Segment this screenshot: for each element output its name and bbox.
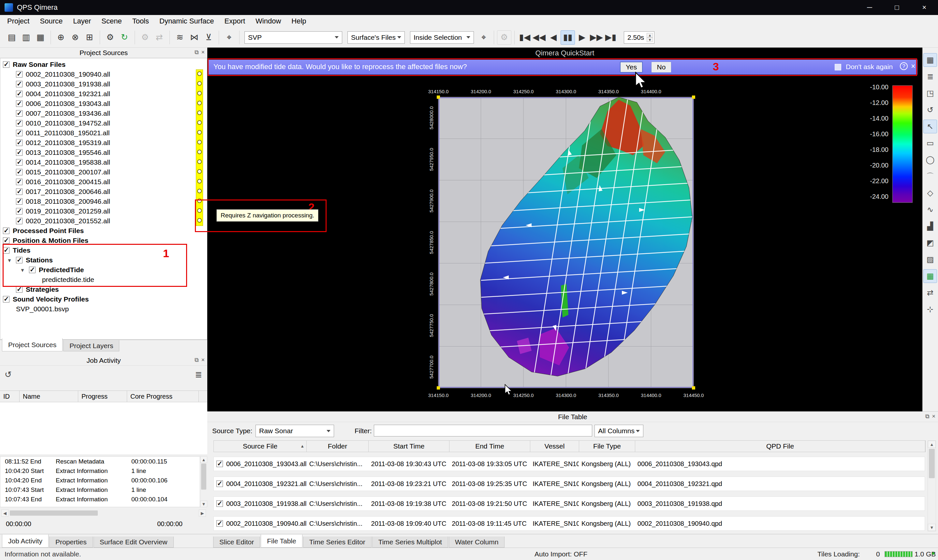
checkbox-checked-icon[interactable] [16,149,23,156]
tree-item-raw-file[interactable]: 0012_20110308_195319.all [0,138,207,148]
scene-3d-icon[interactable]: ◳ [923,86,937,100]
column-header-vessel[interactable]: Vessel [530,441,579,452]
tree-item-raw-file[interactable]: 0016_20110308_200415.all [0,177,207,187]
checkbox-checked-icon[interactable] [3,247,9,254]
bathymetry-map[interactable]: 314150.0314200.0314250.0314300.0314350.0… [207,48,923,411]
play-button[interactable]: ▶ [575,30,589,45]
file-table-view-icon[interactable]: ▦ [923,53,937,67]
svp-combo[interactable]: SVP [244,31,342,44]
menu-item-project[interactable]: Project [2,15,35,28]
menu-item-export[interactable]: Export [219,15,251,28]
menu-item-source[interactable]: Source [35,15,68,28]
sounding-display-icon[interactable]: ⊻ [201,30,216,45]
float-panel-icon[interactable]: ⧉ [195,357,199,363]
checkbox-checked-icon[interactable] [3,228,9,234]
checkbox-checked-icon[interactable] [16,71,23,78]
add-source-db-icon[interactable]: ⊕ [54,30,68,45]
checkbox-checked-icon[interactable] [3,61,9,68]
tree-item-raw-file[interactable]: 0013_20110308_195546.all [0,148,207,157]
tab-job-activity[interactable]: Job Activity [2,535,49,548]
tree-item-processed-point-files[interactable]: Processed Point Files [0,226,207,236]
scrollbar-thumb[interactable] [10,511,98,516]
selection-mode-combo[interactable]: Inside Selection [410,31,474,44]
menu-item-help[interactable]: Help [286,15,311,28]
tab-time-series-multiplot[interactable]: Time Series Multiplot [372,537,448,548]
remove-source-db-icon[interactable]: ⊗ [68,30,83,45]
checkbox-checked-icon[interactable] [16,257,23,263]
checkbox-checked-icon[interactable] [16,120,23,126]
rotate-view-icon[interactable]: ↺ [923,103,937,117]
tree-item-raw-sonar-files[interactable]: Raw Sonar Files [0,60,207,69]
file-table-row[interactable]: 0004_20110308_192321.allC:\Users\christi… [214,477,925,491]
new-project-icon[interactable]: ▤ [5,30,19,45]
profile-tool-icon[interactable]: ∿ [923,203,937,217]
source-type-combo[interactable]: Raw Sonar [255,425,334,437]
float-panel-icon[interactable]: ⧉ [925,413,930,420]
scroll-up-icon[interactable]: ▲ [928,441,936,448]
scene-view[interactable]: Qimera QuickStart [207,48,923,411]
tab-water-column[interactable]: Water Column [449,537,504,548]
close-panel-icon[interactable]: × [932,413,935,420]
scroll-up-icon[interactable]: ▲ [200,456,207,463]
checkbox-checked-icon[interactable] [16,81,23,87]
tree-item-raw-file[interactable]: 0020_20110308_201552.all [0,216,207,226]
scroll-right-icon[interactable]: ▶ [199,509,206,517]
tree-item-tide-file[interactable]: predictedtide.tide [0,275,207,285]
expand-arrow-icon[interactable]: ▾ [8,257,16,263]
job-log-row[interactable]: 10:04:20 StartExtract Information1 line [0,466,200,475]
compare-view-icon[interactable]: ⇄ [923,286,937,300]
job-log-scrollbar[interactable]: ▲ ▼ [200,456,207,507]
checkbox-checked-icon[interactable] [16,286,23,293]
extent-handle[interactable] [437,95,440,99]
checkbox-checked-icon[interactable] [16,130,23,136]
checkbox-checked-icon[interactable] [16,218,23,224]
menu-item-tools[interactable]: Tools [127,15,154,28]
file-table-row[interactable]: 0003_20110308_191938.allC:\Users\christi… [214,497,925,511]
scroll-left-icon[interactable]: ◀ [1,509,8,517]
tree-item-raw-file[interactable]: 0017_20110308_200646.all [0,187,207,197]
close-panel-icon[interactable]: × [201,357,205,363]
export-source-icon[interactable]: ⊞ [83,30,97,45]
extent-handle[interactable] [692,386,695,389]
layers-view-icon[interactable]: ≣ [923,70,937,83]
tree-item-raw-file[interactable]: 0002_20110308_190940.all [0,69,207,79]
rect-select-icon[interactable]: ▭ [923,136,937,150]
tree-item-position-motion-files[interactable]: Position & Motion Files [0,236,207,245]
reprocess-icon[interactable]: ↻ [117,30,132,45]
select-arrow-icon[interactable]: ↖ [923,120,937,133]
filter-input[interactable] [374,425,592,437]
tab-slice-editor[interactable]: Slice Editor [213,537,260,548]
close-button[interactable]: × [910,0,938,15]
restore-button[interactable]: □ [883,0,910,15]
log-list-icon[interactable]: ≣ [195,370,202,380]
tree-item-raw-file[interactable]: 0015_20110308_200107.all [0,167,207,177]
dismiss-notification-icon[interactable]: × [911,62,915,71]
checkbox-checked-icon[interactable] [217,520,223,527]
selection-filter-icon[interactable]: ⌖ [477,30,491,45]
checkbox-checked-icon[interactable] [3,237,9,244]
checkbox-checked-icon[interactable] [29,267,35,273]
job-log-row[interactable]: 10:07:43 EndExtract Information00:00:00.… [0,494,200,504]
tree-item-strategies[interactable]: Strategies [0,285,207,294]
tree-item-raw-file[interactable]: 0010_20110308_194752.all [0,118,207,128]
tree-item-raw-file[interactable]: 0003_20110308_191938.all [0,79,207,89]
tab-time-series-editor[interactable]: Time Series Editor [303,537,372,548]
histogram-tool-icon[interactable]: ▟ [923,219,937,233]
file-table-row[interactable]: 0006_20110308_193043.allC:\Users\christi… [214,457,925,471]
checkbox-checked-icon[interactable] [16,159,23,166]
column-header-source-file[interactable]: Source File▲ [214,441,307,452]
undo-icon[interactable]: ↺ [5,370,12,380]
dynamic-surface-settings-icon[interactable]: ⚙ [497,30,511,45]
file-table-scrollbar[interactable]: ▲ ▼ [927,440,936,531]
menu-item-dynamic-surface[interactable]: Dynamic Surface [154,15,219,28]
rewind-button[interactable]: ◀◀ [532,30,546,45]
close-panel-icon[interactable]: × [201,49,205,56]
tab-surface-edit-overview[interactable]: Surface Edit Overview [94,537,174,548]
file-table-row[interactable]: 0002_20110308_190940.allC:\Users\christi… [214,516,925,531]
tab-project-sources[interactable]: Project Sources [2,338,63,351]
job-log-row[interactable]: 10:07:43 StartExtract Information1 line [0,485,200,494]
column-header-file-type[interactable]: File Type [579,441,635,452]
tree-item-raw-file[interactable]: 0019_20110308_201259.all [0,206,207,216]
tree-item-raw-file[interactable]: 0007_20110308_193436.all [0,109,207,118]
menu-item-window[interactable]: Window [250,15,286,28]
